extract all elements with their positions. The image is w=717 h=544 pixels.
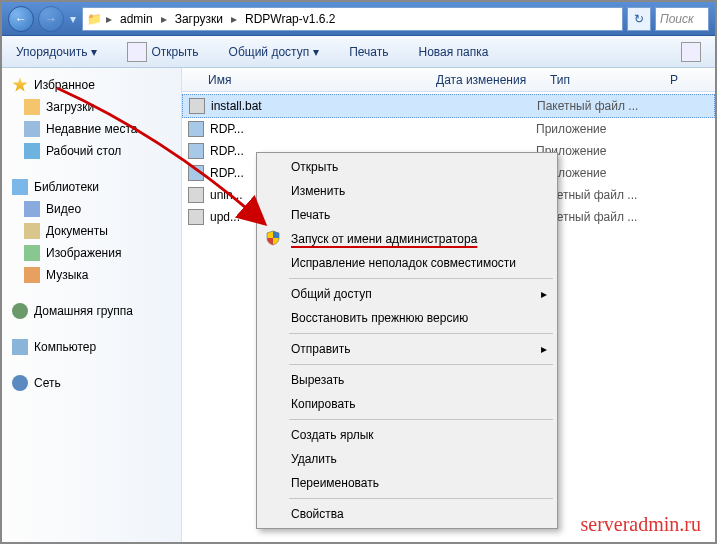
nav-dropdown[interactable]: ▾ <box>68 12 78 26</box>
context-menu-item[interactable]: Изменить <box>259 179 555 203</box>
file-row[interactable]: RDP...Приложение <box>182 118 715 140</box>
view-icon <box>681 42 701 62</box>
context-menu-item[interactable]: Удалить <box>259 447 555 471</box>
context-menu-item[interactable]: Отправить▸ <box>259 337 555 361</box>
print-button[interactable]: Печать <box>343 42 394 62</box>
network-icon <box>12 375 28 391</box>
column-size[interactable]: Р <box>670 73 678 87</box>
context-menu-item[interactable]: Копировать <box>259 392 555 416</box>
file-name: upd... <box>210 210 240 224</box>
desktop-icon <box>24 143 40 159</box>
breadcrumb-item[interactable]: RDPWrap-v1.6.2 <box>241 10 339 28</box>
context-menu-item[interactable]: Общий доступ▸ <box>259 282 555 306</box>
sidebar-item-documents[interactable]: Документы <box>6 220 177 242</box>
sidebar: Избранное Загрузки Недавние места Рабочи… <box>2 68 182 542</box>
chevron-down-icon: ▾ <box>313 45 319 59</box>
menu-separator <box>289 333 553 334</box>
column-type[interactable]: Тип <box>550 73 670 87</box>
back-button[interactable]: ← <box>8 6 34 32</box>
sidebar-homegroup[interactable]: Домашняя группа <box>6 300 177 322</box>
context-menu-item[interactable]: Исправление неполадок совместимости <box>259 251 555 275</box>
file-row[interactable]: install.batПакетный файл ... <box>182 94 715 118</box>
document-icon <box>24 223 40 239</box>
file-icon <box>188 121 204 137</box>
context-menu-item[interactable]: Открыть <box>259 155 555 179</box>
crumb-sep: ▸ <box>106 12 112 26</box>
organize-button[interactable]: Упорядочить ▾ <box>10 42 103 62</box>
recent-icon <box>24 121 40 137</box>
star-icon <box>12 77 28 93</box>
open-icon <box>127 42 147 62</box>
shield-icon <box>265 230 281 246</box>
context-menu-item[interactable]: Печать <box>259 203 555 227</box>
file-type: Пакетный файл ... <box>537 99 657 113</box>
sidebar-item-downloads[interactable]: Загрузки <box>6 96 177 118</box>
file-name: install.bat <box>211 99 262 113</box>
file-icon <box>188 209 204 225</box>
sidebar-item-recent[interactable]: Недавние места <box>6 118 177 140</box>
submenu-arrow-icon: ▸ <box>541 287 547 301</box>
file-name: RDP... <box>210 166 244 180</box>
crumb-sep: ▸ <box>161 12 167 26</box>
context-menu-item[interactable]: Переименовать <box>259 471 555 495</box>
menu-separator <box>289 364 553 365</box>
context-menu-item[interactable]: Восстановить прежнюю версию <box>259 306 555 330</box>
column-headers: Имя Дата изменения Тип Р <box>182 68 715 92</box>
computer-icon <box>12 339 28 355</box>
file-name: unin... <box>210 188 243 202</box>
file-icon <box>189 98 205 114</box>
menu-separator <box>289 498 553 499</box>
context-menu-item[interactable]: Создать ярлык <box>259 423 555 447</box>
file-icon <box>188 143 204 159</box>
chevron-down-icon: ▾ <box>91 45 97 59</box>
file-icon <box>188 187 204 203</box>
toolbar: Упорядочить ▾ Открыть Общий доступ ▾ Печ… <box>2 36 715 68</box>
context-menu-item[interactable]: Запуск от имени администратора <box>259 227 555 251</box>
context-menu-item[interactable]: Вырезать <box>259 368 555 392</box>
navigation-bar: ← → ▾ 📁 ▸ admin ▸ Загрузки ▸ RDPWrap-v1.… <box>2 2 715 36</box>
breadcrumb-item[interactable]: admin <box>116 10 157 28</box>
menu-separator <box>289 278 553 279</box>
view-options-button[interactable] <box>675 39 707 65</box>
file-icon <box>188 165 204 181</box>
crumb-sep: ▸ <box>231 12 237 26</box>
music-icon <box>24 267 40 283</box>
submenu-arrow-icon: ▸ <box>541 342 547 356</box>
context-menu: ОткрытьИзменитьПечатьЗапуск от имени адм… <box>256 152 558 529</box>
picture-icon <box>24 245 40 261</box>
sidebar-network[interactable]: Сеть <box>6 372 177 394</box>
menu-separator <box>289 419 553 420</box>
file-type: Приложение <box>536 122 656 136</box>
sidebar-libraries[interactable]: Библиотеки <box>6 176 177 198</box>
search-input[interactable]: Поиск <box>655 7 709 31</box>
sidebar-item-videos[interactable]: Видео <box>6 198 177 220</box>
open-button[interactable]: Открыть <box>121 39 204 65</box>
homegroup-icon <box>12 303 28 319</box>
column-name[interactable]: Имя <box>208 73 436 87</box>
sidebar-item-pictures[interactable]: Изображения <box>6 242 177 264</box>
breadcrumb-item[interactable]: Загрузки <box>171 10 227 28</box>
context-menu-item[interactable]: Свойства <box>259 502 555 526</box>
sidebar-computer[interactable]: Компьютер <box>6 336 177 358</box>
new-folder-button[interactable]: Новая папка <box>413 42 495 62</box>
address-bar[interactable]: 📁 ▸ admin ▸ Загрузки ▸ RDPWrap-v1.6.2 <box>82 7 623 31</box>
share-button[interactable]: Общий доступ ▾ <box>223 42 326 62</box>
column-date[interactable]: Дата изменения <box>436 73 550 87</box>
folder-icon: 📁 <box>87 12 102 26</box>
library-icon <box>12 179 28 195</box>
forward-button[interactable]: → <box>38 6 64 32</box>
sidebar-item-music[interactable]: Музыка <box>6 264 177 286</box>
sidebar-favorites[interactable]: Избранное <box>6 74 177 96</box>
folder-icon <box>24 99 40 115</box>
video-icon <box>24 201 40 217</box>
refresh-button[interactable]: ↻ <box>627 7 651 31</box>
file-name: RDP... <box>210 122 244 136</box>
file-name: RDP... <box>210 144 244 158</box>
sidebar-item-desktop[interactable]: Рабочий стол <box>6 140 177 162</box>
